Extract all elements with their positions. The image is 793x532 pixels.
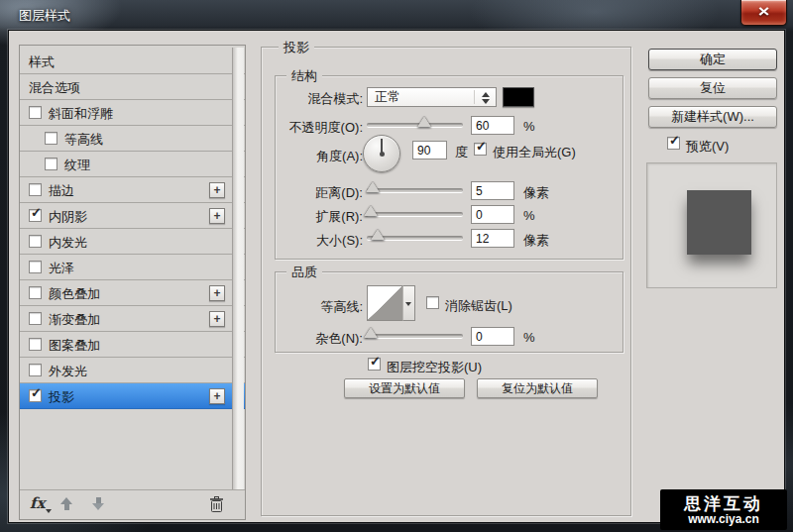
- spread-input[interactable]: [471, 205, 514, 224]
- spread-slider-thumb[interactable]: [364, 205, 378, 216]
- new-style-button[interactable]: 新建样式(W)...: [648, 106, 777, 128]
- sidebar-item-bevel-emboss[interactable]: 斜面和浮雕: [20, 100, 245, 126]
- checkbox[interactable]: [29, 338, 42, 351]
- window-title: 图层样式: [19, 7, 70, 25]
- global-light-checkbox[interactable]: ✓: [474, 143, 487, 156]
- watermark-url: www.ciya.cn: [688, 513, 759, 526]
- sidebar-item-texture[interactable]: 纹理: [20, 152, 245, 177]
- make-default-button[interactable]: 设置为默认值: [344, 378, 465, 398]
- move-effect-up-button[interactable]: [59, 497, 73, 510]
- quality-group: 品质 等高线: 消除锯齿(L) 杂色(N): %: [275, 271, 623, 353]
- noise-label: 杂色(N):: [276, 330, 363, 348]
- preview-thumbnail: [687, 190, 751, 255]
- checkbox[interactable]: [29, 183, 42, 196]
- ok-button[interactable]: 确定: [648, 49, 777, 70]
- check-icon: ✓: [31, 386, 42, 399]
- noise-slider-thumb[interactable]: [364, 327, 378, 338]
- reset-button[interactable]: 复位: [648, 77, 777, 99]
- add-effect-button[interactable]: +: [209, 182, 225, 198]
- add-effect-button[interactable]: +: [209, 285, 225, 301]
- sidebar-item-styles[interactable]: 样式: [20, 49, 245, 74]
- chevron-down-icon: [405, 302, 411, 306]
- checkbox[interactable]: [29, 286, 42, 299]
- sidebar-item-inner-shadow[interactable]: ✓内阴影 +: [20, 203, 245, 229]
- sidebar-item-contour[interactable]: 等高线: [20, 126, 245, 152]
- sidebar-item-drop-shadow[interactable]: ✓投影 +: [20, 383, 245, 409]
- opacity-slider[interactable]: [367, 123, 463, 128]
- antialias-label: 消除锯齿(L): [445, 297, 512, 315]
- checkbox[interactable]: [29, 364, 42, 376]
- sidebar-item-inner-glow[interactable]: 内发光: [20, 229, 245, 255]
- checkbox[interactable]: [29, 261, 42, 273]
- scrollbar[interactable]: [232, 48, 244, 490]
- styles-list: 样式 混合选项 斜面和浮雕 等高线 纹理 描边 + ✓内阴影 +: [20, 49, 245, 409]
- style-preview-panel: [646, 162, 777, 288]
- check-icon: ✓: [669, 134, 680, 147]
- add-effect-button[interactable]: +: [209, 208, 225, 224]
- fx-menu-button[interactable]: fx: [30, 494, 45, 512]
- spread-label: 扩展(R):: [276, 208, 363, 226]
- distance-slider[interactable]: [367, 188, 463, 193]
- blend-mode-value: 正常: [375, 89, 400, 104]
- watermark-brand: 思洋互动: [684, 494, 763, 513]
- close-button[interactable]: ×: [740, 0, 787, 26]
- close-icon: ×: [758, 0, 770, 24]
- checkbox[interactable]: [45, 158, 57, 170]
- structure-group: 结构 混合模式: 正常 不透明度(O): % 角度(A): 度 ✓ 使用全局光: [275, 75, 623, 260]
- opacity-input[interactable]: [471, 116, 514, 135]
- angle-dial[interactable]: [363, 135, 400, 172]
- noise-slider[interactable]: [367, 334, 463, 339]
- check-icon: ✓: [476, 140, 487, 153]
- distance-slider-thumb[interactable]: [366, 181, 380, 192]
- fx-menu-caret-icon: [46, 509, 52, 513]
- distance-input[interactable]: [471, 181, 514, 200]
- size-slider[interactable]: [367, 236, 463, 241]
- antialias-checkbox[interactable]: [426, 296, 439, 309]
- layer-style-dialog: 样式 混合选项 斜面和浮雕 等高线 纹理 描边 + ✓内阴影 +: [8, 30, 785, 523]
- reset-default-button[interactable]: 复位为默认值: [477, 378, 598, 398]
- global-light-label: 使用全局光(G): [493, 144, 576, 161]
- contour-picker[interactable]: [367, 285, 403, 321]
- spread-slider[interactable]: [367, 212, 463, 217]
- checkbox[interactable]: [29, 106, 42, 119]
- add-effect-button[interactable]: +: [209, 311, 225, 327]
- size-input[interactable]: [471, 229, 514, 248]
- opacity-slider-thumb[interactable]: [417, 116, 431, 127]
- sidebar-item-pattern-overlay[interactable]: 图案叠加: [20, 332, 245, 358]
- size-label: 大小(S):: [276, 232, 363, 250]
- checkbox[interactable]: [29, 312, 42, 325]
- angle-label: 角度(A):: [276, 148, 363, 165]
- sidebar-item-satin[interactable]: 光泽: [20, 255, 245, 280]
- titlebar[interactable]: 图层样式: [0, 0, 793, 30]
- distance-unit: 像素: [523, 184, 549, 202]
- size-slider-thumb[interactable]: [371, 229, 385, 240]
- structure-legend: 结构: [286, 67, 322, 85]
- checkbox[interactable]: ✓: [29, 389, 42, 402]
- checkbox[interactable]: ✓: [29, 209, 42, 222]
- checkbox[interactable]: [45, 132, 57, 145]
- sidebar-item-blending-options[interactable]: 混合选项: [20, 74, 245, 100]
- check-icon: ✓: [31, 206, 42, 219]
- sidebar-item-gradient-overlay[interactable]: 渐变叠加 +: [20, 306, 245, 332]
- quality-legend: 品质: [286, 264, 322, 281]
- size-unit: 像素: [523, 232, 549, 250]
- sidebar-item-color-overlay[interactable]: 颜色叠加 +: [20, 280, 245, 306]
- trash-icon: [209, 496, 224, 513]
- add-effect-button[interactable]: +: [209, 388, 225, 404]
- sidebar-item-stroke[interactable]: 描边 +: [20, 177, 245, 203]
- blend-mode-select[interactable]: 正常: [367, 87, 497, 107]
- angle-unit: 度: [455, 144, 468, 161]
- preview-checkbox[interactable]: ✓: [667, 137, 680, 150]
- contour-dropdown-button[interactable]: [402, 285, 415, 321]
- checkbox[interactable]: [29, 235, 42, 248]
- sidebar-item-outer-glow[interactable]: 外发光: [20, 358, 245, 383]
- shadow-color-swatch[interactable]: [503, 87, 534, 107]
- spread-unit: %: [523, 208, 535, 223]
- noise-input[interactable]: [471, 327, 514, 346]
- delete-effect-button[interactable]: [209, 496, 224, 517]
- angle-input[interactable]: [412, 141, 447, 160]
- move-effect-down-button[interactable]: [91, 497, 105, 510]
- panel-title: 投影: [279, 39, 314, 56]
- dropdown-arrows-icon: [482, 92, 490, 104]
- knockout-checkbox[interactable]: ✓: [368, 358, 381, 371]
